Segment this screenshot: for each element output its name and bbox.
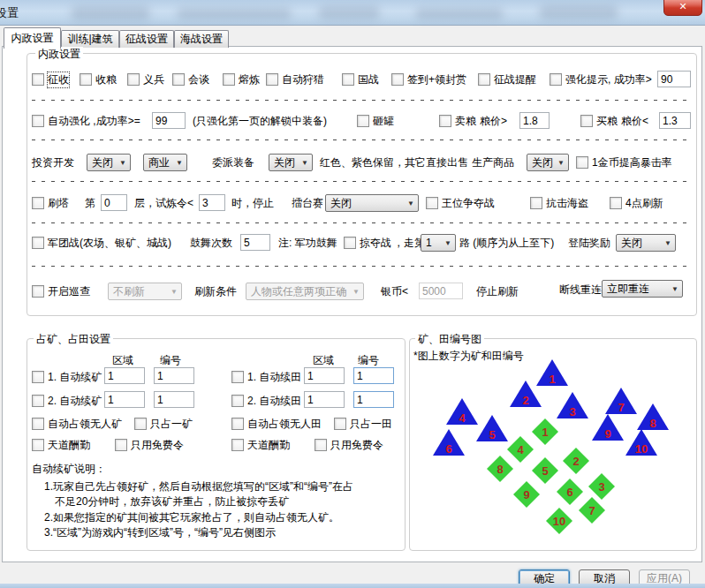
cb-signin-reward[interactable]: 签到+领封赏 (391, 71, 466, 88)
cb-buy-grain[interactable]: 买粮 (580, 112, 618, 130)
diagram-triangle-2: 2 (510, 381, 542, 407)
window-border-bottom (0, 584, 705, 588)
diagram-diamond-2: 2 (563, 448, 589, 474)
diagram-diamond-3: 3 (588, 473, 615, 500)
checkbox-box (344, 237, 356, 249)
cb-plunder-war[interactable]: 掠夺战 (344, 234, 391, 252)
tower-floor-input[interactable] (101, 194, 127, 211)
checkbox-box (32, 285, 44, 298)
cb-legion-war[interactable]: 军团战(农场、银矿、城战) (32, 234, 171, 252)
field1-number-input[interactable] (353, 367, 394, 384)
cb-war-reminder[interactable]: 征战提醒 (478, 71, 536, 88)
route-dropdown[interactable]: 1▼ (421, 234, 456, 252)
patrol-dropdown: 不刷新▼ (108, 283, 182, 300)
field2-region-input[interactable] (304, 391, 345, 408)
diagram-shape-number: 5 (532, 457, 558, 484)
cb-collect-grain[interactable]: 收粮 (80, 71, 117, 88)
invest-label: 投资开发 (32, 154, 74, 171)
drum-note: 注: 军功鼓舞 (278, 234, 337, 252)
cb-diligent-mine[interactable]: 天道酬勤 (32, 436, 90, 454)
cb-auto-enhance[interactable]: 自动强化 ,成功率>= (32, 112, 140, 130)
cb-gold-crit[interactable]: 1金币提高暴击率 (576, 154, 672, 171)
diagram-triangle-1: 1 (536, 359, 568, 386)
auto-enhance-rate-input[interactable] (152, 112, 186, 129)
titlebar-glass-blob (415, 8, 504, 19)
chevron-down-icon: ▼ (352, 288, 360, 296)
trial-token-label: 层，试炼令< (134, 194, 193, 212)
cb-smash-jar[interactable]: 砸罐 (357, 112, 394, 130)
cb-fight-pirates[interactable]: 抗击海盗 (530, 194, 588, 212)
col-region-label: 区域 (112, 351, 133, 369)
cb-4am-refresh[interactable]: 4点刷新 (610, 194, 663, 212)
arena-dropdown[interactable]: 关闭▼ (325, 194, 419, 212)
group-internal-affairs (27, 53, 697, 316)
diagram-shape-number: 9 (513, 481, 540, 508)
cb-only-one-mine[interactable]: 只占一矿 (134, 415, 193, 433)
cb-free-token-field[interactable]: 只用免费令 (315, 436, 383, 454)
cb-auto-renew-mine-2[interactable]: 2. 自动续矿 (32, 392, 102, 410)
cb-auto-renew-field-1[interactable]: 1. 自动续田 (231, 368, 301, 386)
cb-diligent-field[interactable]: 天道酬勤 (231, 436, 290, 454)
cb-only-one-field[interactable]: 只占一田 (334, 415, 392, 433)
tab-naval[interactable]: 海战设置 (174, 30, 229, 48)
separator (32, 139, 689, 140)
tab-internal-affairs[interactable]: 内政设置 (4, 27, 61, 49)
cb-enhance-tip[interactable]: 强化提示, 成功率> (550, 71, 652, 88)
arena-label: 擂台赛 (292, 194, 323, 212)
diagram-diamond-5: 5 (532, 457, 558, 484)
cb-militia[interactable]: 义兵 (127, 71, 164, 88)
diagram-shape-number: 3 (588, 473, 615, 500)
cb-free-token-mine[interactable]: 只用免费令 (115, 436, 184, 454)
cb-tower[interactable]: 刷塔 (32, 194, 69, 212)
checkbox-box (550, 73, 562, 86)
diagram-diamond-7: 7 (579, 497, 605, 524)
buy-price-input[interactable] (659, 112, 691, 129)
reconnect-dropdown[interactable]: 立即重连▼ (602, 280, 683, 298)
cb-auto-renew-field-2[interactable]: 2. 自动续田 (231, 392, 301, 410)
cb-collect-tax[interactable]: 征收 (32, 71, 69, 88)
diagram-shape-number: 10 (625, 442, 657, 456)
produce-dropdown[interactable]: 关闭▼ (527, 154, 569, 171)
cb-talks[interactable]: 会谈 (172, 71, 209, 88)
trial-token-input[interactable] (199, 194, 225, 211)
close-button[interactable]: ✕ (663, 0, 702, 16)
diagram-shape-number: 1 (532, 418, 558, 445)
landing-dropdown[interactable]: 关闭▼ (616, 234, 676, 252)
mine2-number-input[interactable] (154, 391, 194, 408)
help-title: 自动续矿说明： (32, 460, 106, 478)
col-region-label: 区域 (313, 351, 334, 369)
enhance-tip-rate-input[interactable] (657, 71, 691, 87)
cb-occupy-empty-mine[interactable]: 自动占领无人矿 (32, 415, 122, 433)
field2-number-input[interactable] (353, 391, 394, 408)
delegate-dropdown[interactable]: 关闭▼ (269, 154, 313, 171)
drum-count-input[interactable] (240, 234, 270, 251)
checkbox-box (115, 439, 127, 451)
checkbox-box (32, 371, 44, 383)
cb-smelt[interactable]: 熔炼 (223, 71, 260, 88)
mine1-region-input[interactable] (104, 367, 145, 384)
tab-training-building[interactable]: 训练|建筑 (61, 30, 119, 48)
diagram-shape-number: 8 (487, 456, 513, 482)
field1-region-input[interactable] (304, 367, 345, 384)
diagram-diamond-1: 1 (532, 418, 558, 445)
checkbox-box (576, 156, 588, 169)
sell-price-input[interactable] (519, 112, 550, 129)
diagram-shape-number: 4 (507, 436, 534, 463)
checkbox-box (334, 418, 346, 430)
cb-occupy-empty-field[interactable]: 自动占领无人田 (231, 415, 322, 433)
cb-patrol[interactable]: 开启巡查 (32, 283, 90, 300)
cb-auto-renew-mine-1[interactable]: 1. 自动续矿 (32, 368, 102, 386)
invest-dropdown[interactable]: 关闭▼ (87, 154, 131, 171)
chevron-down-icon: ▼ (176, 159, 183, 167)
cb-auto-hunt[interactable]: 自动狩猎 (266, 71, 324, 88)
mine1-number-input[interactable] (154, 367, 194, 384)
checkbox-box (32, 73, 44, 86)
cb-nation-war[interactable]: 国战 (342, 71, 379, 88)
invest-type-dropdown[interactable]: 商业▼ (143, 154, 187, 171)
cb-sell-grain[interactable]: 卖粮 (439, 112, 476, 130)
checkbox-box (172, 73, 185, 86)
tab-campaign[interactable]: 征战设置 (119, 30, 174, 48)
col-number-label: 编号 (358, 351, 379, 369)
mine2-region-input[interactable] (104, 391, 145, 408)
cb-throne-war[interactable]: 王位争夺战 (426, 194, 495, 212)
